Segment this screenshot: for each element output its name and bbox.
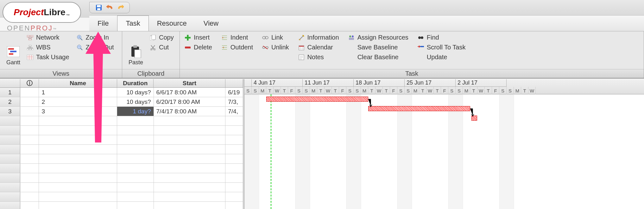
- start-cell[interactable]: [154, 145, 226, 154]
- assign-resources-button[interactable]: Assign Resources: [347, 33, 410, 42]
- save-icon[interactable]: [95, 4, 102, 11]
- undo-icon[interactable]: [106, 4, 113, 11]
- paste-button[interactable]: Paste: [125, 33, 146, 67]
- task-usage-button[interactable]: Task Usage: [25, 53, 71, 61]
- end-cell[interactable]: [225, 183, 243, 192]
- end-cell[interactable]: 7/3,: [225, 97, 243, 106]
- name-cell[interactable]: [39, 135, 117, 144]
- table-row[interactable]: [0, 173, 243, 183]
- col-header-duration[interactable]: Duration: [117, 79, 154, 87]
- insert-button[interactable]: Insert: [183, 33, 213, 42]
- info-cell[interactable]: [20, 192, 39, 201]
- start-cell[interactable]: [154, 202, 226, 209]
- end-cell[interactable]: [225, 164, 243, 173]
- tab-resource[interactable]: Resource: [149, 16, 195, 31]
- name-cell[interactable]: [39, 116, 117, 125]
- start-cell[interactable]: [154, 173, 226, 182]
- info-cell[interactable]: [20, 145, 39, 154]
- row-number[interactable]: 3: [0, 107, 20, 116]
- start-cell[interactable]: [154, 154, 226, 163]
- row-number[interactable]: [0, 116, 20, 125]
- wbs-button[interactable]: WBS: [25, 43, 71, 52]
- save-baseline-button[interactable]: Save Baseline: [347, 43, 410, 52]
- gantt-button[interactable]: Gantt: [3, 33, 23, 67]
- duration-cell[interactable]: 10 days?: [117, 88, 154, 97]
- table-row[interactable]: [0, 202, 243, 209]
- duration-cell[interactable]: 1 day?: [117, 107, 154, 116]
- row-number[interactable]: 1: [0, 88, 20, 97]
- gantt-bar[interactable]: [368, 106, 470, 111]
- cut-button[interactable]: Cut: [148, 43, 175, 52]
- info-cell[interactable]: [20, 154, 39, 163]
- duration-cell[interactable]: [117, 192, 154, 201]
- end-cell[interactable]: [225, 116, 243, 125]
- duration-cell[interactable]: [117, 164, 154, 173]
- col-header-info[interactable]: ⓘ: [20, 79, 39, 87]
- start-cell[interactable]: 6/20/17 8:00 AM: [154, 97, 226, 106]
- name-cell[interactable]: 1: [39, 88, 117, 97]
- duration-cell[interactable]: [117, 145, 154, 154]
- col-header-name[interactable]: Name: [39, 79, 117, 87]
- start-cell[interactable]: [154, 126, 226, 135]
- gantt-chart[interactable]: 4 Jun 1711 Jun 1718 Jun 1725 Jun 172 Jul…: [244, 79, 644, 209]
- redo-icon[interactable]: [117, 4, 124, 11]
- row-number[interactable]: [0, 126, 20, 135]
- name-cell[interactable]: 3: [39, 107, 117, 116]
- table-row[interactable]: [0, 164, 243, 173]
- update-button[interactable]: Update: [416, 53, 467, 61]
- end-cell[interactable]: [225, 192, 243, 201]
- table-row[interactable]: [0, 183, 243, 192]
- information-button[interactable]: Information: [297, 33, 340, 42]
- outdent-button[interactable]: Outdent: [220, 43, 254, 52]
- end-cell[interactable]: [225, 154, 243, 163]
- info-cell[interactable]: [20, 202, 39, 209]
- name-cell[interactable]: [39, 154, 117, 163]
- table-row[interactable]: 2210 days?6/20/17 8:00 AM7/3,: [0, 97, 243, 107]
- info-cell[interactable]: [20, 173, 39, 182]
- duration-cell[interactable]: 10 days?: [117, 97, 154, 106]
- duration-cell[interactable]: [117, 173, 154, 182]
- row-number[interactable]: [0, 135, 20, 144]
- info-cell[interactable]: [20, 116, 39, 125]
- scroll-to-task-button[interactable]: Scroll To Task: [416, 43, 467, 52]
- name-cell[interactable]: [39, 173, 117, 182]
- info-cell[interactable]: [20, 126, 39, 135]
- table-row[interactable]: [0, 126, 243, 135]
- row-number[interactable]: [0, 183, 20, 192]
- name-cell[interactable]: [39, 192, 117, 201]
- end-cell[interactable]: 6/19: [225, 88, 243, 97]
- duration-cell[interactable]: [117, 116, 154, 125]
- duration-cell[interactable]: [117, 154, 154, 163]
- table-row[interactable]: [0, 135, 243, 145]
- start-cell[interactable]: 7/4/17 8:00 AM: [154, 107, 226, 116]
- info-cell[interactable]: [20, 135, 39, 144]
- info-cell[interactable]: [20, 183, 39, 192]
- row-number[interactable]: [0, 202, 20, 209]
- row-number[interactable]: [0, 164, 20, 173]
- name-cell[interactable]: [39, 145, 117, 154]
- tab-task[interactable]: Task: [117, 16, 148, 31]
- link-button[interactable]: Link: [261, 33, 290, 42]
- table-row[interactable]: [0, 145, 243, 154]
- start-cell[interactable]: [154, 192, 226, 201]
- calendar-button[interactable]: Calendar: [297, 43, 340, 52]
- clear-baseline-button[interactable]: Clear Baseline: [347, 53, 410, 61]
- name-cell[interactable]: [39, 164, 117, 173]
- col-header-start[interactable]: Start: [154, 79, 225, 87]
- duration-cell[interactable]: [117, 183, 154, 192]
- col-header-end[interactable]: [225, 79, 243, 87]
- row-number[interactable]: [0, 192, 20, 201]
- network-button[interactable]: Network: [25, 33, 71, 42]
- notes-button[interactable]: Notes: [297, 53, 340, 61]
- name-cell[interactable]: [39, 202, 117, 209]
- gantt-bar[interactable]: [266, 97, 368, 102]
- name-cell[interactable]: [39, 126, 117, 135]
- table-row[interactable]: 331 day?7/4/17 8:00 AM7/4,: [0, 107, 243, 116]
- table-row[interactable]: 1110 days?6/6/17 8:00 AM6/19: [0, 88, 243, 97]
- start-cell[interactable]: [154, 164, 226, 173]
- end-cell[interactable]: [225, 173, 243, 182]
- info-cell[interactable]: [20, 107, 39, 116]
- table-row[interactable]: [0, 116, 243, 126]
- name-cell[interactable]: 2: [39, 97, 117, 106]
- gantt-body[interactable]: [244, 94, 644, 209]
